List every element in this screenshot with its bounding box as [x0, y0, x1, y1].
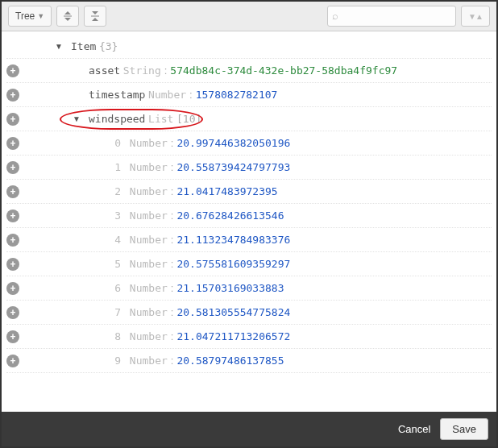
tree-node-asset[interactable]: + asset String : 574db84c-374d-432e-bb27… — [6, 59, 492, 83]
node-index: 6 — [110, 282, 121, 294]
tree-node-windspeed-item[interactable]: +4 Number:21.113234784983376 — [6, 228, 492, 252]
node-index: 7 — [110, 306, 121, 318]
add-sibling-button[interactable]: + — [6, 330, 19, 343]
separator: : — [171, 137, 174, 149]
tree-node-root[interactable]: ▼ Item {3} — [6, 35, 492, 59]
filter-dropdown[interactable]: ▼▲ — [461, 6, 490, 27]
add-sibling-button[interactable]: + — [6, 282, 19, 295]
node-type: Number — [130, 330, 168, 342]
separator: : — [171, 209, 174, 222]
chevron-down-icon: ▼▲ — [468, 12, 483, 21]
node-index: 8 — [110, 330, 121, 342]
node-type: Number — [130, 137, 168, 149]
tree-node-windspeed-item[interactable]: +6 Number:21.15703169033883 — [6, 276, 492, 301]
collapse-icon — [89, 10, 101, 22]
node-type: List — [148, 113, 173, 125]
search-box: ⌕ — [327, 6, 456, 27]
tree-view: ▼ Item {3} + asset String : 574db84c-374… — [2, 31, 496, 412]
node-value: 1578082782107 — [196, 89, 278, 101]
search-icon: ⌕ — [332, 10, 338, 22]
node-meta: {3} — [99, 40, 118, 52]
cancel-button[interactable]: Cancel — [398, 423, 430, 435]
separator: : — [171, 185, 174, 197]
separator: : — [171, 234, 174, 246]
tree-node-windspeed-item[interactable]: +5 Number:20.575581609359297 — [6, 252, 492, 276]
node-value: 20.67628426613546 — [176, 209, 284, 222]
collapse-all-button[interactable] — [84, 6, 106, 27]
node-type: Number — [148, 89, 186, 101]
separator: : — [189, 89, 193, 101]
tree-node-windspeed-item[interactable]: +8 Number:21.047211713206572 — [6, 325, 492, 349]
node-type: Number — [130, 258, 168, 270]
node-value: 21.15703169033883 — [176, 282, 284, 294]
node-type: Number — [130, 161, 168, 173]
node-type: Number — [130, 355, 168, 367]
node-type: Number — [130, 282, 168, 294]
node-value: 20.58797486137855 — [176, 355, 284, 367]
tree-node-windspeed[interactable]: + ▼ windspeed List [10] — [6, 107, 492, 131]
separator: : — [171, 282, 174, 294]
chevron-down-icon[interactable]: ▼ — [53, 42, 64, 51]
chevron-down-icon[interactable]: ▼ — [71, 114, 82, 123]
node-type: String — [123, 64, 161, 77]
add-sibling-button[interactable]: + — [6, 89, 19, 102]
add-sibling-button[interactable]: + — [6, 209, 19, 222]
node-index: 0 — [110, 137, 121, 149]
node-index: 1 — [110, 161, 121, 173]
node-value: 20.575581609359297 — [176, 258, 290, 270]
tree-node-windspeed-item[interactable]: +9 Number:20.58797486137855 — [6, 349, 492, 373]
tree-node-windspeed-item[interactable]: +7 Number:20.581305554775824 — [6, 301, 492, 325]
add-sibling-button[interactable]: + — [6, 161, 19, 174]
node-value: 20.558739424797793 — [176, 161, 290, 173]
add-sibling-button[interactable]: + — [6, 137, 19, 150]
node-value: 21.047211713206572 — [176, 330, 290, 342]
expand-all-button[interactable] — [56, 6, 79, 27]
node-key: windspeed — [89, 113, 145, 125]
node-type: Number — [130, 234, 168, 246]
node-key: asset — [89, 64, 120, 77]
node-index: 4 — [110, 234, 121, 246]
tree-node-windspeed-item[interactable]: +2 Number:21.0417483972395 — [6, 180, 492, 204]
add-sibling-button[interactable]: + — [6, 258, 19, 271]
dialog-footer: Cancel Save — [2, 412, 496, 446]
node-index: 2 — [110, 185, 121, 197]
add-sibling-button[interactable]: + — [6, 185, 19, 198]
search-input[interactable] — [327, 6, 456, 27]
add-sibling-button[interactable]: + — [6, 234, 19, 247]
node-key: timestamp — [89, 89, 145, 101]
node-value: 20.581305554775824 — [176, 306, 290, 318]
separator: : — [171, 161, 174, 173]
tree-node-windspeed-item[interactable]: +1 Number:20.558739424797793 — [6, 156, 492, 180]
node-type: Number — [130, 209, 168, 222]
add-sibling-button[interactable]: + — [6, 306, 19, 319]
add-sibling-button[interactable]: + — [6, 64, 19, 77]
add-sibling-button[interactable]: + — [6, 355, 19, 367]
node-index: 5 — [110, 258, 121, 270]
tree-node-windspeed-item[interactable]: +0 Number:20.997446382050196 — [6, 131, 492, 156]
separator: : — [171, 330, 174, 342]
node-meta: [10] — [176, 113, 201, 125]
add-sibling-button[interactable]: + — [6, 113, 19, 126]
node-value: 21.0417483972395 — [176, 185, 277, 197]
node-index: 3 — [110, 209, 121, 222]
node-value: 21.113234784983376 — [176, 234, 290, 246]
node-value: 20.997446382050196 — [176, 137, 290, 149]
separator: : — [164, 64, 168, 77]
node-type: Number — [130, 185, 168, 197]
node-value: 574db84c-374d-432e-bb27-58dba4f9fc97 — [170, 64, 397, 77]
node-type: Number — [130, 306, 168, 318]
tree-node-timestamp[interactable]: + timestamp Number : 1578082782107 — [6, 83, 492, 107]
expand-icon — [62, 10, 73, 22]
tree-node-windspeed-item[interactable]: +3 Number:20.67628426613546 — [6, 204, 492, 228]
toolbar: Tree ▼ ⌕ ▼▲ — [2, 2, 496, 31]
separator: : — [171, 306, 174, 318]
view-mode-dropdown[interactable]: Tree ▼ — [8, 6, 52, 27]
view-mode-label: Tree — [15, 10, 35, 22]
node-key: Item — [71, 40, 96, 52]
separator: : — [171, 258, 174, 270]
separator: : — [171, 355, 174, 367]
chevron-down-icon: ▼ — [37, 12, 44, 20]
node-index: 9 — [110, 355, 121, 367]
save-button[interactable]: Save — [440, 418, 488, 440]
